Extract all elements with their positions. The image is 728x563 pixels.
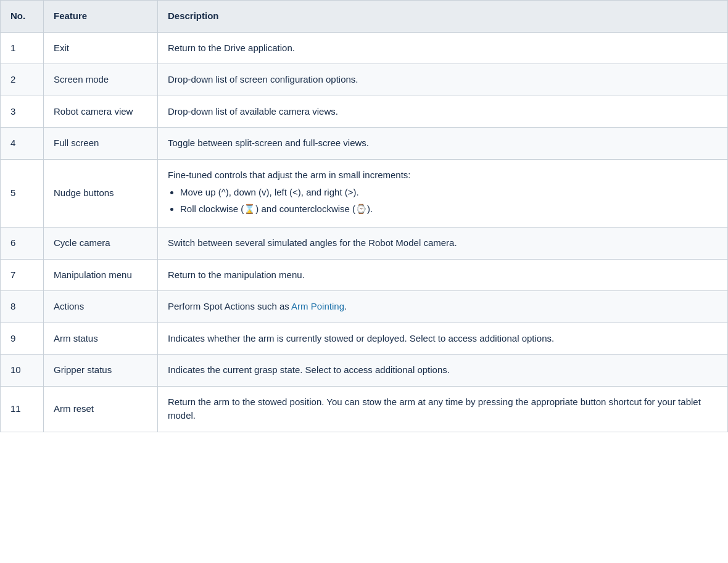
header-feature: Feature <box>44 1 158 33</box>
cell-feature: Robot camera view <box>44 96 158 128</box>
cell-feature: Exit <box>44 32 158 64</box>
table-row: 8ActionsPerform Spot Actions such as Arm… <box>1 291 728 323</box>
cell-no: 1 <box>1 32 44 64</box>
description-list-item: Roll clockwise (⌛) and counterclockwise … <box>180 202 718 216</box>
table-row: 10Gripper statusIndicates the current gr… <box>1 355 728 387</box>
cell-no: 3 <box>1 96 44 128</box>
cell-no: 6 <box>1 228 44 260</box>
cell-no: 8 <box>1 291 44 323</box>
table-row: 11Arm resetReturn the arm to the stowed … <box>1 386 728 432</box>
cell-no: 5 <box>1 159 44 228</box>
table-row: 6Cycle cameraSwitch between several simu… <box>1 228 728 260</box>
table-row: 9Arm statusIndicates whether the arm is … <box>1 323 728 355</box>
cell-feature: Arm status <box>44 323 158 355</box>
description-list: Move up (^), down (v), left (<), and rig… <box>180 186 718 216</box>
cell-description: Perform Spot Actions such as Arm Pointin… <box>158 291 728 323</box>
cell-no: 11 <box>1 386 44 432</box>
cell-no: 10 <box>1 355 44 387</box>
cell-description: Drop-down list of available camera views… <box>158 96 728 128</box>
table-row: 7Manipulation menuReturn to the manipula… <box>1 259 728 291</box>
cell-description: Switch between several simulated angles … <box>158 228 728 260</box>
cell-no: 2 <box>1 64 44 96</box>
table-row: 1ExitReturn to the Drive application. <box>1 32 728 64</box>
cell-description: Return to the manipulation menu. <box>158 259 728 291</box>
table-row: 4Full screenToggle between split-screen … <box>1 128 728 160</box>
header-no: No. <box>1 1 44 33</box>
cell-description: Indicates the current grasp state. Selec… <box>158 355 728 387</box>
cell-feature: Manipulation menu <box>44 259 158 291</box>
cell-feature: Nudge buttons <box>44 159 158 228</box>
table-row: 5Nudge buttonsFine-tuned controls that a… <box>1 159 728 228</box>
cell-description: Return to the Drive application. <box>158 32 728 64</box>
cell-description: Toggle between split-screen and full-scr… <box>158 128 728 160</box>
cell-no: 9 <box>1 323 44 355</box>
cell-description: Fine-tuned controls that adjust the arm … <box>158 159 728 228</box>
cell-feature: Gripper status <box>44 355 158 387</box>
description-link[interactable]: Arm Pointing <box>291 301 344 311</box>
cell-feature: Cycle camera <box>44 228 158 260</box>
cell-description: Indicates whether the arm is currently s… <box>158 323 728 355</box>
table-row: 2Screen modeDrop-down list of screen con… <box>1 64 728 96</box>
description-intro: Fine-tuned controls that adjust the arm … <box>168 170 411 180</box>
cell-feature: Arm reset <box>44 386 158 432</box>
cell-feature: Screen mode <box>44 64 158 96</box>
description-list-item: Move up (^), down (v), left (<), and rig… <box>180 186 718 200</box>
cell-feature: Actions <box>44 291 158 323</box>
table-row: 3Robot camera viewDrop-down list of avai… <box>1 96 728 128</box>
cell-description: Return the arm to the stowed position. Y… <box>158 386 728 432</box>
cell-no: 7 <box>1 259 44 291</box>
header-description: Description <box>158 1 728 33</box>
cell-description: Drop-down list of screen configuration o… <box>158 64 728 96</box>
cell-feature: Full screen <box>44 128 158 160</box>
cell-no: 4 <box>1 128 44 160</box>
